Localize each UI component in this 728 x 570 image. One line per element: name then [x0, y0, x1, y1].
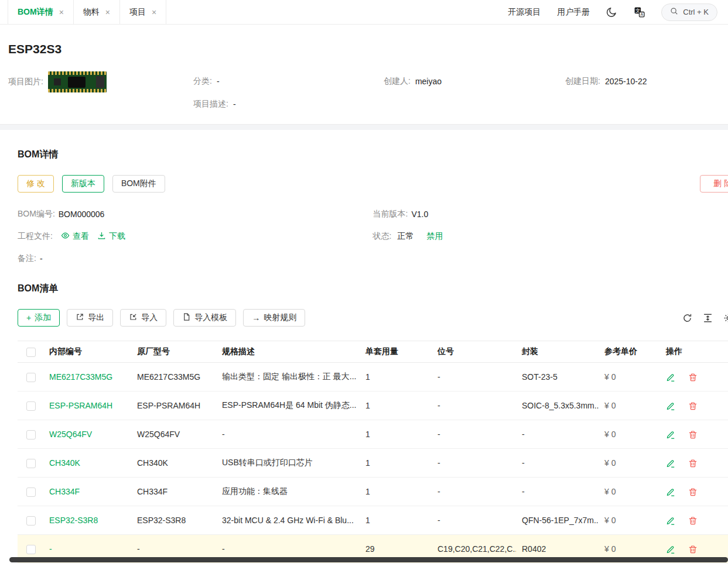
remark-field: 备注: - [18, 253, 384, 264]
edit-icon[interactable] [666, 430, 675, 439]
close-icon[interactable]: × [152, 8, 156, 17]
table-row: CH340KCH340KUSB转串口或打印口芯片1--¥ 0 [18, 449, 728, 478]
package-cell: - [516, 478, 599, 506]
top-tab-bar: BOM详情 × 物料 × 项目 × 开源项目 用户手册 文 A [0, 0, 728, 25]
plus-icon: + [26, 313, 31, 322]
download-file-link[interactable]: 下载 [97, 231, 125, 242]
export-icon [76, 313, 84, 323]
internal-number-link[interactable]: CH340K [49, 458, 80, 468]
category-label: 分类: [193, 76, 212, 87]
edit-icon[interactable] [666, 373, 675, 382]
bom-table: 内部编号 原厂型号 规格描述 单套用量 位号 封装 参考单价 操作 ME6217… [18, 341, 728, 564]
column-height-icon[interactable] [703, 313, 713, 323]
tab-material[interactable]: 物料 × [74, 0, 120, 24]
bom-info-row: BOM编号: BOM000006 当前版本: V1.0 [18, 209, 728, 219]
bom-table-body: ME6217C33M5GME6217C33M5G输出类型：固定 输出极性：正 最… [18, 363, 728, 564]
export-button[interactable]: 导出 [67, 309, 113, 327]
edit-icon[interactable] [666, 401, 675, 411]
edit-icon[interactable] [666, 459, 675, 468]
new-version-button[interactable]: 新版本 [62, 175, 104, 193]
internal-number-link[interactable]: ME6217C33M5G [49, 372, 112, 382]
project-image[interactable] [48, 71, 107, 92]
import-template-button[interactable]: 导入模板 [173, 309, 236, 327]
ops-cell [660, 420, 728, 449]
page-title: ESP32S3 [8, 42, 720, 56]
row-checkbox[interactable] [26, 401, 36, 411]
price-cell: ¥ 0 [599, 478, 660, 506]
add-button[interactable]: + 添加 [18, 309, 60, 327]
close-icon[interactable]: × [59, 8, 64, 17]
package-cell: SOT-23-5 [516, 363, 599, 392]
col-internal-number: 内部编号 [43, 341, 131, 363]
creator-field: 创建人: meiyao [384, 76, 442, 87]
import-button[interactable]: 导入 [120, 309, 166, 327]
gear-icon[interactable] [723, 313, 728, 323]
bom-list-toolbar: + 添加 导出 导入 导入模板 → 映射规则 [18, 309, 728, 327]
status-field: 状态: 正常 禁用 [373, 231, 728, 242]
project-file-label: 工程文件: [18, 231, 53, 242]
row-checkbox[interactable] [26, 545, 36, 554]
table-row: ESP32-S3R8ESP32-S3R832-bit MCU & 2.4 GHz… [18, 506, 728, 535]
refresh-icon[interactable] [682, 313, 692, 323]
search-icon [670, 7, 678, 17]
modify-button[interactable]: 修 改 [18, 175, 54, 193]
delete-icon[interactable] [688, 545, 698, 554]
delete-icon[interactable] [688, 516, 698, 526]
col-designator: 位号 [432, 341, 516, 363]
disable-link[interactable]: 禁用 [426, 231, 443, 242]
creator-value: meiyao [415, 77, 442, 86]
row-checkbox[interactable] [26, 516, 36, 526]
tab-label: 物料 [83, 7, 100, 18]
internal-number-link[interactable]: - [49, 544, 52, 554]
version-field: 当前版本: V1.0 [373, 209, 728, 219]
row-checkbox[interactable] [26, 487, 36, 497]
tab-bom-detail[interactable]: BOM详情 × [8, 0, 74, 24]
delete-icon[interactable] [688, 487, 698, 497]
internal-number-link[interactable]: CH334F [49, 487, 80, 496]
board-pins [48, 89, 107, 92]
row-checkbox[interactable] [26, 373, 36, 382]
edit-icon[interactable] [666, 516, 675, 526]
table-row: ESP-PSRAM64HESP-PSRAM64HESP-PSRAM64H是 64… [18, 392, 728, 420]
bom-number-value: BOM000006 [59, 210, 105, 219]
project-header: ESP32S3 项目图片: 分类: - 项目描述: - 创建人: meiyao … [0, 42, 728, 124]
bom-number-label: BOM编号: [18, 209, 55, 219]
status-value: 正常 [397, 231, 413, 242]
ops-cell [660, 392, 728, 420]
internal-number-link[interactable]: ESP32-S3R8 [49, 516, 98, 525]
horizontal-scrollbar[interactable] [9, 557, 728, 562]
spec-cell: 应用功能：集线器 [216, 478, 360, 506]
internal-number-link[interactable]: W25Q64FV [49, 430, 92, 439]
edit-icon[interactable] [666, 545, 675, 554]
mapping-rules-button[interactable]: → 映射规则 [243, 309, 305, 327]
import-template-label: 导入模板 [194, 313, 227, 323]
open-source-link[interactable]: 开源项目 [508, 7, 541, 18]
delete-bom-button[interactable]: 删 除 [700, 175, 728, 193]
view-file-link[interactable]: 查看 [61, 231, 89, 242]
tab-project[interactable]: 项目 × [120, 0, 166, 24]
user-manual-link[interactable]: 用户手册 [557, 7, 590, 18]
dark-mode-icon[interactable] [606, 6, 617, 18]
delete-icon[interactable] [688, 430, 698, 439]
col-spec: 规格描述 [216, 341, 360, 363]
version-value: V1.0 [411, 210, 428, 219]
edit-icon[interactable] [666, 487, 675, 497]
search-input[interactable]: Ctrl + K [661, 4, 717, 21]
row-checkbox[interactable] [26, 430, 36, 439]
project-image-field: 项目图片: [8, 71, 107, 92]
delete-icon[interactable] [688, 401, 698, 411]
close-icon[interactable]: × [105, 8, 110, 17]
select-all-checkbox[interactable] [26, 348, 36, 357]
delete-icon[interactable] [688, 459, 698, 468]
delete-icon[interactable] [688, 373, 698, 382]
translate-icon[interactable]: 文 A [634, 6, 645, 18]
creator-label: 创建人: [384, 76, 411, 87]
project-image-label: 项目图片: [8, 77, 43, 87]
col-mfr-part: 原厂型号 [131, 341, 216, 363]
mfr-part-cell: ME6217C33M5G [131, 363, 216, 392]
row-checkbox[interactable] [26, 459, 36, 468]
internal-number-link[interactable]: ESP-PSRAM64H [49, 401, 112, 410]
project-meta: 项目图片: 分类: - 项目描述: - 创建人: meiyao 创建日期: 20… [0, 71, 728, 116]
eye-icon [61, 231, 70, 242]
bom-attachment-button[interactable]: BOM附件 [112, 175, 165, 193]
